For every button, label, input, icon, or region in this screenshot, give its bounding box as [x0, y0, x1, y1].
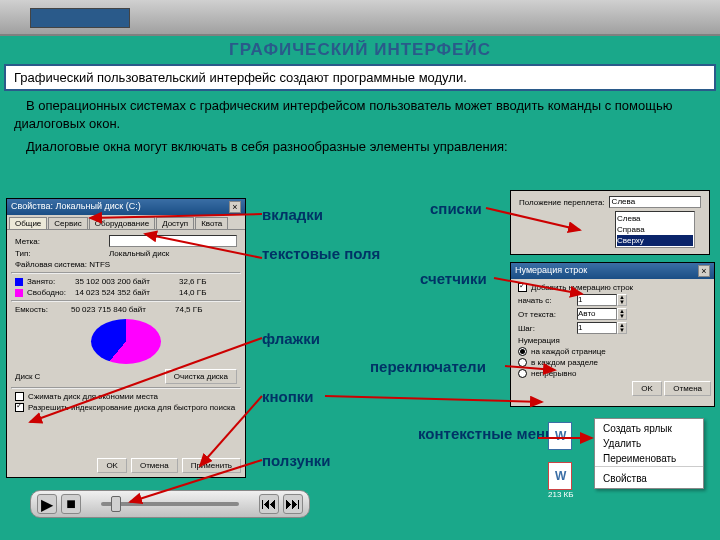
file-icon-ppt[interactable]: 213 КБ — [548, 462, 573, 499]
cancel-button[interactable]: Отмена — [131, 458, 178, 473]
slider-thumb[interactable] — [111, 496, 121, 512]
pie-chart — [91, 319, 161, 364]
intro-box: Графический пользовательский интерфейс с… — [4, 64, 716, 91]
close-icon[interactable]: × — [229, 201, 241, 213]
tab-quota[interactable]: Квота — [195, 217, 228, 229]
file-icon-doc[interactable] — [548, 422, 572, 450]
page-title: ГРАФИЧЕСКИЙ ИНТЕРФЕЙС — [0, 36, 720, 64]
dlg1-title: Свойства: Локальный диск (C:) — [11, 201, 141, 213]
context-menu: Создать ярлык Удалить Переименовать Свой… — [594, 418, 704, 489]
name-label: Метка: — [15, 237, 105, 246]
label-lists: списки — [430, 200, 482, 217]
bind-pos-list[interactable]: Слева Справа Сверху — [615, 211, 695, 248]
index-checkbox[interactable] — [15, 403, 24, 412]
type-value: Локальный диск — [109, 249, 169, 258]
used-swatch — [15, 278, 23, 286]
ok-button[interactable]: OK — [97, 458, 127, 473]
radio-each-section[interactable] — [518, 358, 527, 367]
type-label: Тип: — [15, 249, 105, 258]
tab-hardware[interactable]: Оборудование — [89, 217, 155, 229]
radio-each-page[interactable] — [518, 347, 527, 356]
name-input[interactable] — [109, 235, 237, 247]
add-numbering-checkbox[interactable] — [518, 283, 527, 292]
ctx-properties[interactable]: Свойства — [595, 471, 703, 486]
apply-button[interactable]: Применить — [182, 458, 241, 473]
close-icon[interactable]: × — [698, 265, 710, 277]
bind-pos-label: Положение переплета: — [519, 198, 605, 207]
fs-label: Файловая система: NTFS — [15, 260, 110, 269]
line-numbering-dialog: Нумерация строк× Добавить нумерацию стро… — [510, 262, 715, 407]
label-sliders: ползунки — [262, 452, 331, 469]
properties-dialog: Свойства: Локальный диск (C:)× Общие Сер… — [6, 198, 246, 478]
prev-icon[interactable]: ⏮ — [259, 494, 279, 514]
para1: В операционных системах с графическим ин… — [14, 97, 706, 132]
list-panel: Положение переплета:Слева Слева Справа С… — [510, 190, 710, 255]
tabs-strip: Общие Сервис Оборудование Доступ Квота — [7, 215, 245, 230]
para2: Диалоговые окна могут включать в себя ра… — [14, 138, 706, 156]
label-checkboxes: флажки — [262, 330, 320, 347]
label-textfields: текстовые поля — [262, 246, 380, 263]
label-spinners: счетчики — [420, 270, 487, 287]
cap-label: Емкость: — [15, 305, 67, 314]
next-icon[interactable]: ⏭ — [283, 494, 303, 514]
label-context: контекстные меню — [418, 426, 558, 443]
tab-general[interactable]: Общие — [9, 217, 47, 229]
free-label: Свободно: — [27, 288, 71, 297]
step-spinner[interactable]: 1▲▼ — [577, 322, 627, 334]
tab-service[interactable]: Сервис — [48, 217, 87, 229]
start-spinner[interactable]: 1▲▼ — [577, 294, 627, 306]
label-tabs: вкладки — [262, 206, 323, 223]
label-radios: переключатели — [370, 358, 486, 375]
free-swatch — [15, 289, 23, 297]
slider-track[interactable] — [101, 502, 239, 506]
ctx-delete[interactable]: Удалить — [595, 436, 703, 451]
play-icon[interactable]: ▶ — [37, 494, 57, 514]
ok-button[interactable]: OK — [632, 381, 662, 396]
compress-checkbox[interactable] — [15, 392, 24, 401]
clean-disk-button[interactable]: Очистка диска — [165, 369, 237, 384]
bind-pos-select[interactable]: Слева — [609, 196, 701, 208]
media-slider-bar: ▶ ■ ⏮ ⏭ — [30, 490, 310, 518]
used-label: Занято: — [27, 277, 71, 286]
ctx-rename[interactable]: Переименовать — [595, 451, 703, 466]
tab-share[interactable]: Доступ — [156, 217, 194, 229]
ctx-create-shortcut[interactable]: Создать ярлык — [595, 421, 703, 436]
radio-continuous[interactable] — [518, 369, 527, 378]
stop-icon[interactable]: ■ — [61, 494, 81, 514]
cancel-button[interactable]: Отмена — [664, 381, 711, 396]
disk-c-label: Диск C — [15, 372, 40, 381]
label-buttons: кнопки — [262, 388, 314, 405]
from-spinner[interactable]: Авто▲▼ — [577, 308, 627, 320]
dlg2-title: Нумерация строк — [515, 265, 587, 277]
